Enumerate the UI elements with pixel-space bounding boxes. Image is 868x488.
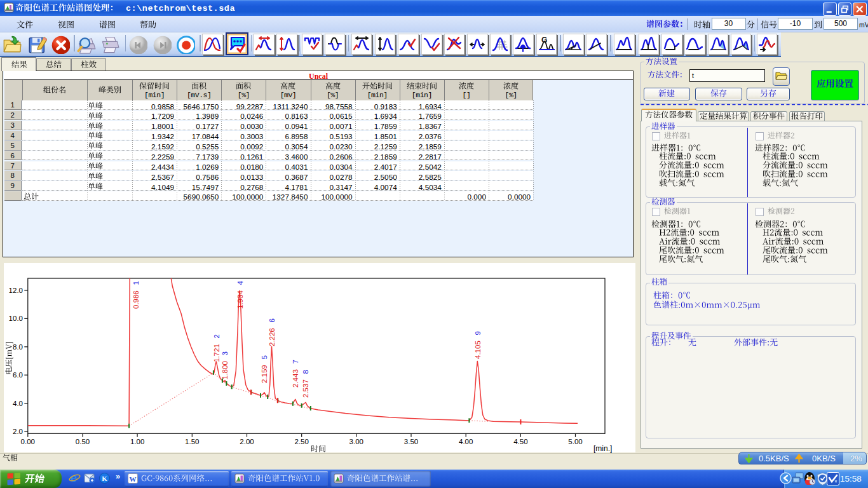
svg-text:5: 5 bbox=[261, 355, 268, 359]
svg-text:4.0: 4.0 bbox=[13, 400, 23, 407]
svg-text:1: 1 bbox=[132, 281, 140, 285]
svg-text:4.105: 4.105 bbox=[474, 341, 482, 359]
svg-text:2.00: 2.00 bbox=[240, 438, 254, 445]
svg-text:3.00: 3.00 bbox=[349, 438, 363, 445]
svg-text:G: G bbox=[541, 36, 547, 44]
svg-text:1.00: 1.00 bbox=[130, 438, 144, 445]
svg-text:2.50: 2.50 bbox=[295, 438, 309, 445]
svg-text:12.0: 12.0 bbox=[9, 287, 23, 294]
svg-text:6: 6 bbox=[268, 318, 276, 322]
svg-text:1.50: 1.50 bbox=[185, 438, 199, 445]
svg-text:4: 4 bbox=[236, 281, 244, 285]
svg-text:e: e bbox=[71, 471, 77, 484]
svg-text:0.00: 0.00 bbox=[21, 438, 35, 445]
svg-text:8: 8 bbox=[302, 370, 309, 374]
svg-text:4.50: 4.50 bbox=[513, 438, 527, 445]
svg-text:4.00: 4.00 bbox=[459, 438, 473, 445]
svg-text:3: 3 bbox=[221, 351, 229, 355]
svg-text:2.443: 2.443 bbox=[292, 369, 299, 388]
svg-text:0.50: 0.50 bbox=[76, 438, 90, 445]
svg-text:10.0: 10.0 bbox=[9, 315, 23, 322]
svg-text:W: W bbox=[130, 475, 137, 483]
svg-text:2.0: 2.0 bbox=[13, 428, 23, 435]
svg-text:5.00: 5.00 bbox=[568, 438, 582, 445]
svg-text:3.50: 3.50 bbox=[404, 438, 418, 445]
svg-text:1.934: 1.934 bbox=[236, 290, 244, 309]
svg-text:7: 7 bbox=[292, 360, 299, 363]
svg-text:0.986: 0.986 bbox=[132, 290, 140, 309]
svg-text:1.721: 1.721 bbox=[213, 344, 220, 362]
svg-text:9: 9 bbox=[474, 331, 482, 335]
svg-text:K: K bbox=[102, 474, 107, 482]
svg-text:2.159: 2.159 bbox=[261, 365, 268, 383]
svg-text:2.537: 2.537 bbox=[302, 379, 309, 398]
svg-text:1.800: 1.800 bbox=[221, 361, 229, 379]
svg-text:2.226: 2.226 bbox=[268, 328, 276, 346]
svg-text:2: 2 bbox=[213, 334, 220, 338]
